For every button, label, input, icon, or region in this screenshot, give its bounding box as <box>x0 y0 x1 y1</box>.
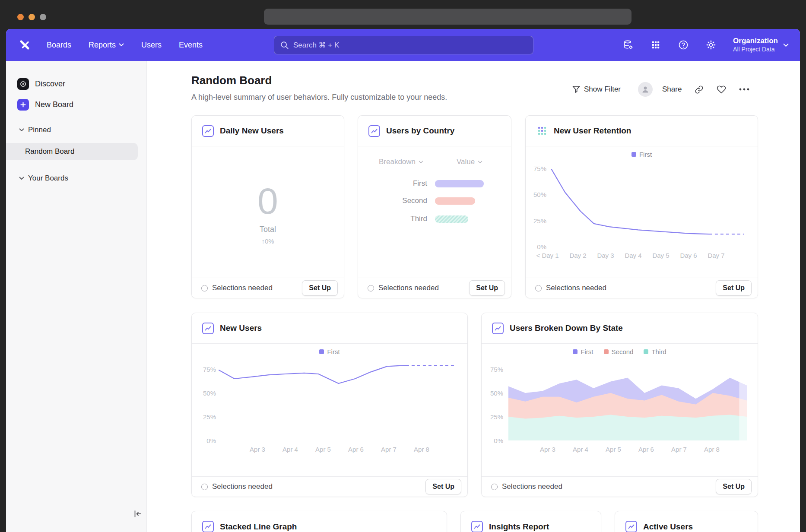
mixpanel-logo[interactable] <box>18 38 31 51</box>
card-title[interactable]: Stacked Line Graph <box>220 522 297 532</box>
favorite-heart-icon[interactable] <box>717 85 726 94</box>
metric-delta: ↑0% <box>261 238 274 245</box>
breakdown-dropdown[interactable]: Breakdown <box>379 158 423 166</box>
metric-value: 0 <box>257 180 278 222</box>
filter-funnel-icon[interactable] <box>572 85 581 94</box>
legend-item[interactable]: First <box>319 348 340 355</box>
card-body: FirstSecondThird 75%50%25%0%Apr 3Apr 4Ap… <box>482 344 758 476</box>
browser-address-bar[interactable] <box>264 9 631 25</box>
navbar-right-controls: Organization All Project Data <box>622 29 789 61</box>
card-insights-report: Insights Report <box>460 511 601 532</box>
collapse-sidebar-icon[interactable] <box>132 509 143 519</box>
pinned-section-label: Pinned <box>28 126 51 134</box>
setup-button[interactable]: Set Up <box>425 479 461 494</box>
chart-legend: First <box>192 348 467 355</box>
card-title[interactable]: Users by Country <box>386 126 454 136</box>
window-close-button[interactable] <box>17 14 24 20</box>
status-text: Selections needed <box>378 284 439 292</box>
line-chart-icon <box>368 125 380 137</box>
card-users-by-country: Users by Country Breakdown Value First S… <box>358 115 511 298</box>
breakdown-dropdown-label: Breakdown <box>379 158 416 166</box>
copy-link-icon[interactable] <box>695 85 704 94</box>
status-circle-icon <box>201 484 208 490</box>
card-header: Users by Country <box>358 116 511 146</box>
show-filter-button[interactable]: Show Filter <box>584 85 621 94</box>
card-header: Insights Report <box>461 511 601 532</box>
new-user-retention-plot <box>526 164 758 265</box>
nav-item-users[interactable]: Users <box>141 41 162 50</box>
settings-gear-icon[interactable] <box>705 39 717 51</box>
help-icon[interactable] <box>678 39 689 51</box>
legend-swatch <box>631 152 636 157</box>
card-active-users: Active Users <box>615 511 758 532</box>
card-title[interactable]: Daily New Users <box>220 126 284 136</box>
chart-legend: FirstSecondThird <box>482 348 758 355</box>
card-header: Users Broken Down By State <box>482 313 758 344</box>
sidebar-item-discover[interactable]: Discover <box>17 78 65 90</box>
card-title[interactable]: Insights Report <box>489 522 549 532</box>
window-zoom-button[interactable] <box>40 14 46 20</box>
legend-swatch <box>319 349 324 354</box>
more-options-icon[interactable] <box>739 88 749 91</box>
nav-item-label: Reports <box>89 41 116 50</box>
card-title[interactable]: New User Retention <box>554 126 631 136</box>
value-dropdown-label: Value <box>457 158 475 166</box>
apps-grid-icon[interactable] <box>650 39 661 51</box>
sidebar-section-your-boards[interactable]: Your Boards <box>19 174 68 183</box>
chevron-down-icon <box>19 128 24 132</box>
window-minimize-button[interactable] <box>29 14 35 20</box>
legend-item[interactable]: Second <box>604 348 634 355</box>
chevron-down-icon <box>419 161 423 164</box>
value-dropdown[interactable]: Value <box>457 158 482 166</box>
chart-legend: First <box>526 151 758 158</box>
nav-item-reports[interactable]: Reports <box>89 41 124 50</box>
card-title[interactable]: Active Users <box>643 522 693 532</box>
setup-button[interactable]: Set Up <box>469 280 505 296</box>
card-footer: Selections needed Set Up <box>358 278 511 298</box>
legend-item[interactable]: First <box>631 151 652 158</box>
sidebar-section-pinned[interactable]: Pinned <box>19 126 51 134</box>
search-icon <box>280 41 289 50</box>
nav-item-events[interactable]: Events <box>179 41 203 50</box>
value-bar[interactable] <box>435 215 468 223</box>
setup-button[interactable]: Set Up <box>716 280 752 296</box>
data-management-icon[interactable] <box>622 39 634 51</box>
share-button[interactable]: Share <box>662 85 682 94</box>
search-input[interactable] <box>293 41 527 50</box>
nav-item-boards[interactable]: Boards <box>47 41 71 50</box>
your-boards-section-label: Your Boards <box>28 174 68 183</box>
card-title[interactable]: New Users <box>220 323 262 333</box>
new-board-label: New Board <box>35 100 73 109</box>
card-title[interactable]: Users Broken Down By State <box>510 323 623 333</box>
mixpanel-logo-icon <box>19 39 30 51</box>
card-daily-new-users: Daily New Users 0 Total ↑0% Selections n… <box>191 115 344 298</box>
status-text: Selections needed <box>212 482 273 491</box>
chevron-down-icon[interactable] <box>783 43 789 47</box>
metric-caption: Total <box>260 225 276 234</box>
status-text: Selections needed <box>546 284 606 292</box>
setup-button[interactable]: Set Up <box>302 280 338 296</box>
card-footer: Selections needed Set Up <box>526 278 758 298</box>
sidebar-item-new-board[interactable]: New Board <box>17 99 73 111</box>
line-chart-icon <box>202 323 214 334</box>
new-users-plot <box>192 361 468 460</box>
legend-item[interactable]: Third <box>644 348 666 355</box>
legend-label: Third <box>651 348 666 355</box>
search-bar[interactable] <box>274 36 533 54</box>
legend-item[interactable]: First <box>573 348 593 355</box>
setup-button[interactable]: Set Up <box>716 479 752 494</box>
chevron-down-icon <box>19 177 24 180</box>
page-subtitle: A high-level summary of user behaviors. … <box>191 93 447 102</box>
card-body: 0 Total ↑0% <box>192 146 344 278</box>
value-bar[interactable] <box>435 180 484 187</box>
chevron-down-icon <box>478 161 482 164</box>
retention-grid-icon <box>536 125 548 137</box>
sidebar-item-random-board[interactable]: Random Board <box>6 143 138 160</box>
country-row: Second <box>358 197 511 205</box>
value-bar[interactable] <box>435 197 475 205</box>
avatar[interactable] <box>638 82 653 97</box>
users-by-state-plot <box>482 361 758 460</box>
org-switcher[interactable]: Organization All Project Data <box>733 37 778 53</box>
plus-icon <box>17 99 29 111</box>
new-users-chart: 75%50%25%0%Apr 3Apr 4Apr 5Apr 6Apr 7Apr … <box>192 361 468 460</box>
